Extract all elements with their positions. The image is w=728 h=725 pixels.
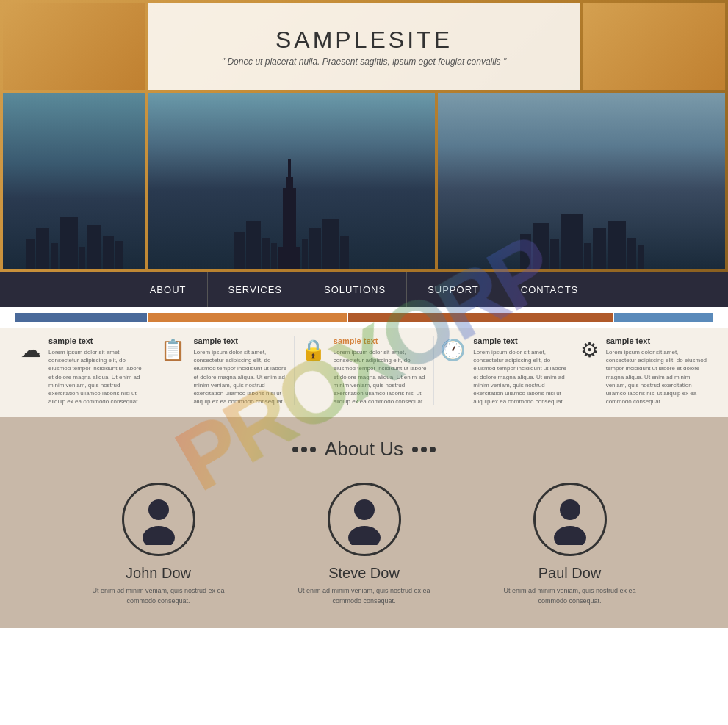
about-title: About Us <box>325 438 403 461</box>
person-svg-2 <box>544 494 596 545</box>
feature-text-1: Lorem ipsum dolor sit amet, consectetur … <box>193 348 287 405</box>
features-section: ☁ sample text Lorem ipsum dolor sit amet… <box>0 328 728 417</box>
document-icon: 📋 <box>160 338 186 362</box>
team-row: John Dow Ut enim ad minim veniam, quis n… <box>15 483 713 606</box>
bar-orange <box>148 313 347 322</box>
clock-icon: 🕐 <box>440 338 466 362</box>
svg-point-5 <box>554 526 586 545</box>
feature-item-0: ☁ sample text Lorem ipsum dolor sit amet… <box>15 336 154 405</box>
dot-4 <box>412 447 418 452</box>
bar-blue2 <box>614 313 713 322</box>
feature-content-0: sample text Lorem ipsum dolor sit amet, … <box>48 336 148 405</box>
member-desc-1: Ut enim ad minim veniam, quis nostrud ex… <box>284 586 445 606</box>
feature-content-1: sample text Lorem ipsum dolor sit amet, … <box>193 336 287 405</box>
color-bars <box>0 313 728 322</box>
feature-item-2: 🔒 sample text Lorem ipsum dolor sit amet… <box>295 336 434 405</box>
hero-title-block: SAMPLESITE " Donec ut placerat nulla. Pr… <box>148 3 580 90</box>
team-member-2: Paul Dow Ut enim ad minim veniam, quis n… <box>489 483 651 606</box>
dot-5 <box>421 447 427 452</box>
feature-item-4: ⚙ sample text Lorem ipsum dolor sit amet… <box>574 336 713 405</box>
svg-point-0 <box>148 499 169 520</box>
avatar-2 <box>533 483 607 556</box>
feature-title-3: sample text <box>473 336 567 345</box>
feature-content-2: sample text Lorem ipsum dolor sit amet, … <box>334 336 428 405</box>
hero-city-right <box>438 93 725 269</box>
svg-point-4 <box>560 499 580 520</box>
svg-point-2 <box>354 499 375 520</box>
feature-title-1: sample text <box>193 336 287 345</box>
bar-blue <box>15 313 147 322</box>
about-section: About Us John Dow Ut enim ad minim venia… <box>0 417 728 628</box>
dot-1 <box>292 447 298 452</box>
cloud-icon: ☁ <box>21 338 41 362</box>
nav-item-support[interactable]: SUPPORT <box>407 272 500 307</box>
feature-title-0: sample text <box>48 336 148 345</box>
member-name-0: John Dow <box>126 565 191 582</box>
nav-item-about[interactable]: ABOUT <box>129 272 208 307</box>
person-svg-1 <box>339 494 390 545</box>
team-member-0: John Dow Ut enim ad minim veniam, quis n… <box>78 483 239 606</box>
feature-text-4: Lorem ipsum dolor sit amet, consectetur … <box>606 348 707 405</box>
dot-3 <box>310 447 316 452</box>
member-desc-0: Ut enim ad minim veniam, quis nostrud ex… <box>78 586 239 606</box>
person-svg-0 <box>133 494 184 545</box>
hero-cell-top-left <box>3 3 145 90</box>
nav-item-solutions[interactable]: SOLUTIONS <box>303 272 407 307</box>
feature-content-3: sample text Lorem ipsum dolor sit amet, … <box>473 336 567 405</box>
bar-brown <box>348 313 613 322</box>
about-title-row: About Us <box>15 438 713 461</box>
feature-item-3: 🕐 sample text Lorem ipsum dolor sit amet… <box>434 336 574 405</box>
feature-text-0: Lorem ipsum dolor sit amet, consectetur … <box>48 348 148 405</box>
member-name-2: Paul Dow <box>538 565 602 582</box>
dot-6 <box>430 447 436 452</box>
dots-right <box>412 447 436 452</box>
dot-2 <box>301 447 307 452</box>
member-name-1: Steve Dow <box>328 565 400 582</box>
hero-cell-top-right <box>583 3 725 90</box>
hero-city-left <box>3 93 145 269</box>
hero-city-center <box>148 93 435 269</box>
avatar-1 <box>328 483 401 556</box>
site-subtitle: " Donec ut placerat nulla. Praesent sagi… <box>222 57 506 67</box>
feature-title-4: sample text <box>606 336 707 345</box>
gear-icon: ⚙ <box>580 338 599 362</box>
site-title: SAMPLESITE <box>275 26 453 54</box>
dots-left <box>292 447 316 452</box>
svg-point-3 <box>348 526 381 545</box>
team-member-1: Steve Dow Ut enim ad minim veniam, quis … <box>284 483 445 606</box>
member-desc-2: Ut enim ad minim veniam, quis nostrud ex… <box>489 586 651 606</box>
nav-item-contacts[interactable]: CONTACTS <box>500 272 599 307</box>
nav-item-services[interactable]: SERVICES <box>208 272 304 307</box>
svg-point-1 <box>143 526 175 545</box>
feature-text-3: Lorem ipsum dolor sit amet, consectetur … <box>473 348 567 405</box>
feature-text-2: Lorem ipsum dolor sit amet, consectetur … <box>334 348 428 405</box>
avatar-0 <box>122 483 195 556</box>
lock-icon: 🔒 <box>300 338 326 362</box>
feature-item-1: 📋 sample text Lorem ipsum dolor sit amet… <box>154 336 294 405</box>
feature-content-4: sample text Lorem ipsum dolor sit amet, … <box>606 336 707 405</box>
feature-title-2: sample text <box>334 336 428 345</box>
hero-section: SAMPLESITE " Donec ut placerat nulla. Pr… <box>0 0 728 272</box>
nav-bar: ABOUT SERVICES SOLUTIONS SUPPORT CONTACT… <box>0 272 728 307</box>
